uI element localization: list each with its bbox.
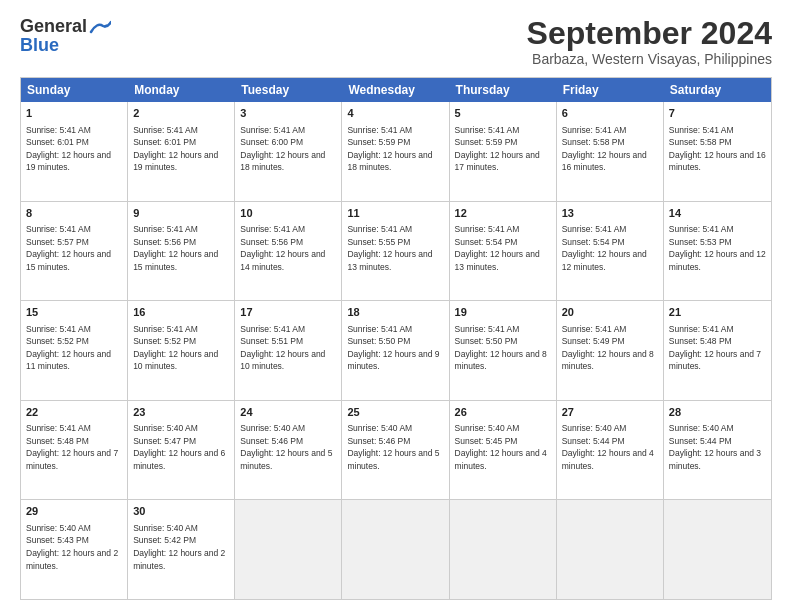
day-number: 5	[455, 106, 551, 121]
sunrise-text: Sunrise: 5:41 AMSunset: 6:01 PMDaylight:…	[133, 125, 218, 173]
sunrise-text: Sunrise: 5:41 AMSunset: 5:48 PMDaylight:…	[669, 324, 761, 372]
day-number: 3	[240, 106, 336, 121]
table-row: 13Sunrise: 5:41 AMSunset: 5:54 PMDayligh…	[557, 202, 664, 301]
sunrise-text: Sunrise: 5:41 AMSunset: 5:56 PMDaylight:…	[240, 224, 325, 272]
logo: General Blue	[20, 16, 111, 56]
sunrise-text: Sunrise: 5:41 AMSunset: 5:56 PMDaylight:…	[133, 224, 218, 272]
sunrise-text: Sunrise: 5:40 AMSunset: 5:44 PMDaylight:…	[669, 423, 761, 471]
sunrise-text: Sunrise: 5:40 AMSunset: 5:47 PMDaylight:…	[133, 423, 225, 471]
table-row	[664, 500, 771, 599]
day-number: 11	[347, 206, 443, 221]
day-number: 22	[26, 405, 122, 420]
sunrise-text: Sunrise: 5:40 AMSunset: 5:42 PMDaylight:…	[133, 523, 225, 571]
day-number: 30	[133, 504, 229, 519]
table-row	[450, 500, 557, 599]
title-block: September 2024 Barbaza, Western Visayas,…	[527, 16, 772, 67]
sunrise-text: Sunrise: 5:41 AMSunset: 6:00 PMDaylight:…	[240, 125, 325, 173]
day-number: 28	[669, 405, 766, 420]
page: General Blue September 2024 Barbaza, Wes…	[0, 0, 792, 612]
table-row: 27Sunrise: 5:40 AMSunset: 5:44 PMDayligh…	[557, 401, 664, 500]
calendar-row: 1Sunrise: 5:41 AMSunset: 6:01 PMDaylight…	[21, 102, 771, 202]
day-number: 14	[669, 206, 766, 221]
day-number: 29	[26, 504, 122, 519]
day-number: 18	[347, 305, 443, 320]
table-row: 7Sunrise: 5:41 AMSunset: 5:58 PMDaylight…	[664, 102, 771, 201]
header: General Blue September 2024 Barbaza, Wes…	[20, 16, 772, 67]
day-number: 16	[133, 305, 229, 320]
sunrise-text: Sunrise: 5:41 AMSunset: 5:52 PMDaylight:…	[133, 324, 218, 372]
table-row: 15Sunrise: 5:41 AMSunset: 5:52 PMDayligh…	[21, 301, 128, 400]
sunrise-text: Sunrise: 5:40 AMSunset: 5:44 PMDaylight:…	[562, 423, 654, 471]
calendar-row: 22Sunrise: 5:41 AMSunset: 5:48 PMDayligh…	[21, 401, 771, 501]
table-row: 2Sunrise: 5:41 AMSunset: 6:01 PMDaylight…	[128, 102, 235, 201]
day-number: 27	[562, 405, 658, 420]
day-number: 2	[133, 106, 229, 121]
table-row: 16Sunrise: 5:41 AMSunset: 5:52 PMDayligh…	[128, 301, 235, 400]
table-row: 17Sunrise: 5:41 AMSunset: 5:51 PMDayligh…	[235, 301, 342, 400]
sunrise-text: Sunrise: 5:41 AMSunset: 5:53 PMDaylight:…	[669, 224, 766, 272]
sunrise-text: Sunrise: 5:41 AMSunset: 5:50 PMDaylight:…	[347, 324, 439, 372]
header-sunday: Sunday	[21, 78, 128, 102]
header-tuesday: Tuesday	[235, 78, 342, 102]
table-row: 14Sunrise: 5:41 AMSunset: 5:53 PMDayligh…	[664, 202, 771, 301]
day-number: 19	[455, 305, 551, 320]
header-wednesday: Wednesday	[342, 78, 449, 102]
day-number: 26	[455, 405, 551, 420]
sunrise-text: Sunrise: 5:41 AMSunset: 5:52 PMDaylight:…	[26, 324, 111, 372]
day-number: 6	[562, 106, 658, 121]
table-row: 12Sunrise: 5:41 AMSunset: 5:54 PMDayligh…	[450, 202, 557, 301]
table-row: 24Sunrise: 5:40 AMSunset: 5:46 PMDayligh…	[235, 401, 342, 500]
sunrise-text: Sunrise: 5:41 AMSunset: 5:50 PMDaylight:…	[455, 324, 547, 372]
day-number: 13	[562, 206, 658, 221]
day-number: 15	[26, 305, 122, 320]
calendar-row: 8Sunrise: 5:41 AMSunset: 5:57 PMDaylight…	[21, 202, 771, 302]
table-row: 6Sunrise: 5:41 AMSunset: 5:58 PMDaylight…	[557, 102, 664, 201]
header-saturday: Saturday	[664, 78, 771, 102]
sunrise-text: Sunrise: 5:41 AMSunset: 5:51 PMDaylight:…	[240, 324, 325, 372]
calendar-row: 15Sunrise: 5:41 AMSunset: 5:52 PMDayligh…	[21, 301, 771, 401]
table-row: 28Sunrise: 5:40 AMSunset: 5:44 PMDayligh…	[664, 401, 771, 500]
day-number: 23	[133, 405, 229, 420]
table-row: 20Sunrise: 5:41 AMSunset: 5:49 PMDayligh…	[557, 301, 664, 400]
table-row	[557, 500, 664, 599]
table-row: 30Sunrise: 5:40 AMSunset: 5:42 PMDayligh…	[128, 500, 235, 599]
header-monday: Monday	[128, 78, 235, 102]
day-number: 7	[669, 106, 766, 121]
calendar-header: Sunday Monday Tuesday Wednesday Thursday…	[21, 78, 771, 102]
sunrise-text: Sunrise: 5:41 AMSunset: 5:57 PMDaylight:…	[26, 224, 111, 272]
table-row: 5Sunrise: 5:41 AMSunset: 5:59 PMDaylight…	[450, 102, 557, 201]
month-title: September 2024	[527, 16, 772, 51]
day-number: 10	[240, 206, 336, 221]
table-row: 29Sunrise: 5:40 AMSunset: 5:43 PMDayligh…	[21, 500, 128, 599]
calendar: Sunday Monday Tuesday Wednesday Thursday…	[20, 77, 772, 600]
sunrise-text: Sunrise: 5:41 AMSunset: 5:49 PMDaylight:…	[562, 324, 654, 372]
day-number: 17	[240, 305, 336, 320]
day-number: 8	[26, 206, 122, 221]
sunrise-text: Sunrise: 5:41 AMSunset: 6:01 PMDaylight:…	[26, 125, 111, 173]
header-thursday: Thursday	[450, 78, 557, 102]
location-subtitle: Barbaza, Western Visayas, Philippines	[527, 51, 772, 67]
table-row: 8Sunrise: 5:41 AMSunset: 5:57 PMDaylight…	[21, 202, 128, 301]
day-number: 1	[26, 106, 122, 121]
sunrise-text: Sunrise: 5:40 AMSunset: 5:46 PMDaylight:…	[240, 423, 332, 471]
calendar-row: 29Sunrise: 5:40 AMSunset: 5:43 PMDayligh…	[21, 500, 771, 599]
sunrise-text: Sunrise: 5:41 AMSunset: 5:59 PMDaylight:…	[455, 125, 540, 173]
header-friday: Friday	[557, 78, 664, 102]
calendar-body: 1Sunrise: 5:41 AMSunset: 6:01 PMDaylight…	[21, 102, 771, 599]
sunrise-text: Sunrise: 5:41 AMSunset: 5:54 PMDaylight:…	[562, 224, 647, 272]
logo-bird-icon	[89, 20, 111, 34]
table-row: 19Sunrise: 5:41 AMSunset: 5:50 PMDayligh…	[450, 301, 557, 400]
table-row: 23Sunrise: 5:40 AMSunset: 5:47 PMDayligh…	[128, 401, 235, 500]
table-row: 26Sunrise: 5:40 AMSunset: 5:45 PMDayligh…	[450, 401, 557, 500]
sunrise-text: Sunrise: 5:41 AMSunset: 5:54 PMDaylight:…	[455, 224, 540, 272]
table-row: 11Sunrise: 5:41 AMSunset: 5:55 PMDayligh…	[342, 202, 449, 301]
day-number: 20	[562, 305, 658, 320]
table-row: 18Sunrise: 5:41 AMSunset: 5:50 PMDayligh…	[342, 301, 449, 400]
sunrise-text: Sunrise: 5:40 AMSunset: 5:45 PMDaylight:…	[455, 423, 547, 471]
sunrise-text: Sunrise: 5:40 AMSunset: 5:43 PMDaylight:…	[26, 523, 118, 571]
table-row: 3Sunrise: 5:41 AMSunset: 6:00 PMDaylight…	[235, 102, 342, 201]
day-number: 9	[133, 206, 229, 221]
day-number: 21	[669, 305, 766, 320]
table-row: 21Sunrise: 5:41 AMSunset: 5:48 PMDayligh…	[664, 301, 771, 400]
sunrise-text: Sunrise: 5:41 AMSunset: 5:55 PMDaylight:…	[347, 224, 432, 272]
